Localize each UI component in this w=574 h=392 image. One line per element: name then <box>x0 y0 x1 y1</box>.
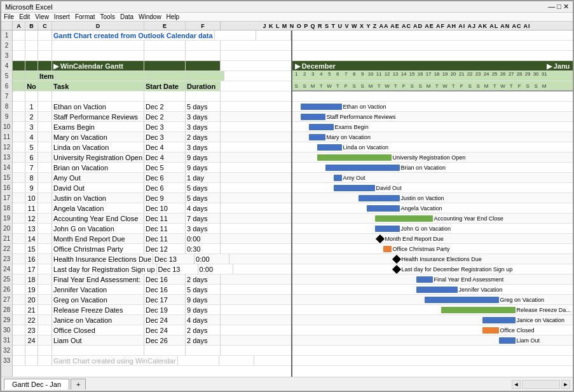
row-number-9: 9 <box>1 112 12 122</box>
day-number-16: 16 <box>416 71 425 77</box>
scroll-left-button[interactable]: ◄ <box>512 380 521 389</box>
menu-tools[interactable]: Tools <box>100 13 115 20</box>
menu-insert[interactable]: Insert <box>54 13 70 20</box>
day-letter-19: W <box>441 81 449 91</box>
cell-no15: 8 <box>25 173 38 182</box>
day-letter-30: S <box>532 81 540 91</box>
row-number-16: 16 <box>1 183 12 193</box>
cell-a28 <box>13 305 25 314</box>
cell-watermark: Gantt Chart created using WinCalendar <box>52 356 178 365</box>
day-number-29: 29 <box>524 71 532 77</box>
cell-c14 <box>38 163 52 172</box>
cell-c30 <box>38 325 52 335</box>
cell-no19: 12 <box>25 213 38 223</box>
gantt-bar-row-9: David Out <box>292 183 573 193</box>
menu-format[interactable]: Format <box>75 13 95 20</box>
menu-data[interactable]: Data <box>120 13 133 20</box>
cell-c2 <box>38 41 52 50</box>
add-sheet-button[interactable]: + <box>71 379 86 389</box>
row-number-21: 21 <box>1 234 12 244</box>
cell-c12 <box>38 142 52 152</box>
cell-start23: Dec 13 <box>153 254 195 264</box>
cell-task16: David Out <box>52 183 144 193</box>
menu-window[interactable]: Window <box>139 13 161 20</box>
spreadsheet-container: A B C D E F J K L M N O P Q R S T U V W … <box>1 22 573 377</box>
gantt-bar-label: Amy Out <box>343 173 366 183</box>
day-letter-10: M <box>367 81 375 91</box>
cell-a18 <box>13 203 25 213</box>
table-row: 7Brian on VacationDec 59 days <box>13 163 291 173</box>
gantt-empty-33 <box>292 356 573 366</box>
cell-no25: 18 <box>25 274 38 284</box>
cell-dur28: 9 days <box>186 305 221 314</box>
day-letter-18: T <box>433 81 441 91</box>
cell-task11: Mary on Vacation <box>52 132 144 142</box>
cell-a11 <box>13 132 25 142</box>
scroll-right-button[interactable]: ► <box>561 380 570 389</box>
cell-start26: Dec 16 <box>144 285 186 294</box>
day-number-12: 12 <box>383 71 392 77</box>
cell-task6: Task <box>52 81 144 91</box>
cell-no10: 3 <box>25 122 38 132</box>
cell-a21 <box>13 234 25 243</box>
col-header-f: F <box>186 22 221 30</box>
day-letter-13: T <box>392 81 400 91</box>
cell-start19: Dec 11 <box>144 213 186 223</box>
cell-a4 <box>13 61 25 71</box>
corner-cell <box>1 22 13 30</box>
row-number-24: 24 <box>1 264 12 274</box>
row-number-29: 29 <box>1 315 12 325</box>
cell-d5 <box>56 71 148 81</box>
title-bar: Microsoft Excel — □ ✕ <box>1 1 573 13</box>
menu-edit[interactable]: Edit <box>19 13 30 20</box>
cell-e5 <box>148 71 189 81</box>
day-number-26: 26 <box>499 71 507 77</box>
gantt-bar-row-13: John G on Vacation <box>292 224 573 234</box>
gantt-day-numbers: 1234567891011121314151617181920212223242… <box>292 71 573 81</box>
cell-no6: No <box>25 81 38 91</box>
table-row: 3Exams BeginDec 33 days <box>13 122 291 132</box>
gantt-bar <box>425 297 499 303</box>
cell-d3 <box>52 51 144 60</box>
cell-a2 <box>13 41 25 50</box>
gantt-bar-label: University Registration Open <box>393 152 466 163</box>
cell-dur22: 0:30 <box>186 244 221 253</box>
day-letter-28: F <box>516 81 524 91</box>
cell-c4 <box>38 61 52 71</box>
gantt-bar-label: Exams Begin <box>335 122 369 132</box>
row-number-17: 17 <box>1 193 12 203</box>
gantt-bar-label: Office Closed <box>500 325 535 335</box>
cell-no9: 2 <box>25 112 38 121</box>
day-number-15: 15 <box>408 71 416 77</box>
day-number-24: 24 <box>482 71 491 77</box>
cell-f2 <box>186 41 221 50</box>
gantt-bar <box>317 144 342 151</box>
menu-view[interactable]: View <box>35 13 49 20</box>
gantt-bar-row-2: Staff Performance Reviews <box>292 112 573 122</box>
cell-no27: 20 <box>25 295 38 304</box>
menu-help[interactable]: Help <box>167 13 180 20</box>
cell-start25: Dec 16 <box>144 274 186 284</box>
table-row: 2Staff Performance ReviewsDec 23 days <box>13 112 291 122</box>
cell-start8: Dec 2 <box>144 102 186 111</box>
column-headers: A B C D E F J K L M N O P Q R S T U V W … <box>1 22 573 30</box>
gantt-bar <box>383 246 392 252</box>
cell-task25: Final Year End Assessment: <box>52 274 144 284</box>
cell-no22: 15 <box>25 244 38 253</box>
table-row <box>13 51 291 61</box>
gantt-bar-row-14: Month End Report Due <box>292 234 573 244</box>
gantt-bar-label: Accounting Year End Close <box>434 213 503 224</box>
gantt-bar-row-15: Office Christmas Party <box>292 244 573 254</box>
scroll-track[interactable] <box>522 380 560 389</box>
day-number-25: 25 <box>491 71 499 77</box>
day-number-21: 21 <box>458 71 466 77</box>
cell-dur9: 3 days <box>186 112 221 121</box>
table-row <box>13 41 291 51</box>
day-number-10: 10 <box>367 71 375 77</box>
cell-a8 <box>13 102 25 111</box>
cell-item: Item <box>38 71 56 81</box>
row-number-20: 20 <box>1 224 12 234</box>
sheet-tab-gantt[interactable]: Gantt Dec - Jan <box>4 379 69 389</box>
menu-file[interactable]: File <box>4 13 14 20</box>
cell-task17: Justin on Vaction <box>52 193 144 203</box>
